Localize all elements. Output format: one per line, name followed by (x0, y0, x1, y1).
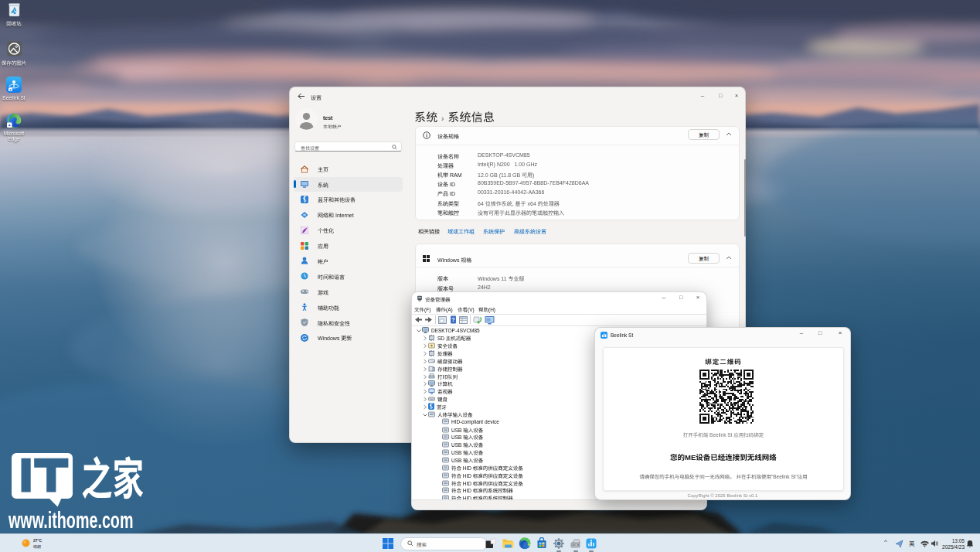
svg-text:之家: 之家 (81, 453, 144, 507)
svg-text:?: ? (451, 316, 455, 323)
